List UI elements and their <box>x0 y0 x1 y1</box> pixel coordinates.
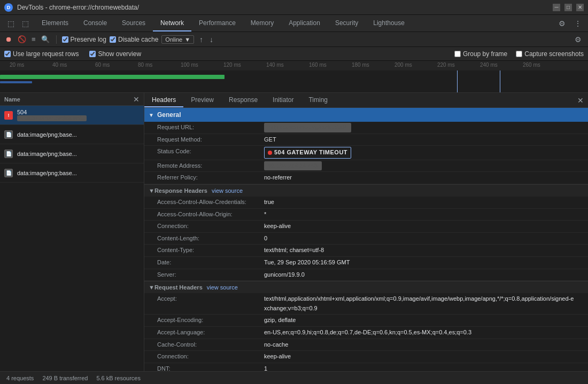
view-source-link[interactable]: view source <box>212 187 243 194</box>
upload-icon[interactable]: ↑ <box>197 34 205 45</box>
req-cache-control-value: no-cache <box>264 340 288 350</box>
req-cache-control-key: Cache-Control: <box>157 340 264 350</box>
disable-cache-checkbox-label[interactable]: Disable cache <box>110 36 158 43</box>
tab-initiator[interactable]: Initiator <box>265 93 301 107</box>
tab-preview[interactable]: Preview <box>183 93 221 107</box>
request-view-source-link[interactable]: view source <box>207 284 238 291</box>
req-accept-encoding-row: Accept-Encoding: gzip, deflate <box>144 315 588 327</box>
resp-access-credentials-row: Access-Control-Allow-Credentials: true <box>144 197 588 209</box>
name-column-header: Name <box>4 96 20 103</box>
clear-button[interactable]: 🚫 <box>17 34 27 44</box>
tab-performance[interactable]: Performance <box>191 15 243 32</box>
tab-network[interactable]: Network <box>153 15 191 32</box>
tick-20ms: 20 ms <box>10 62 24 68</box>
remote-address-key: Remote Address: <box>157 161 264 171</box>
resp-content-type-key: Content-Type: <box>157 246 264 255</box>
request-item[interactable]: ! 504 https://example.org/status/... <box>0 106 144 125</box>
show-overview-checkbox-label[interactable]: Show overview <box>89 50 141 58</box>
capture-screenshots-checkbox[interactable] <box>516 51 522 57</box>
more-icon[interactable]: ⋮ <box>572 18 584 29</box>
network-toolbar: ⏺ 🚫 ≡ 🔍 Preserve log Disable cache Onlin… <box>0 32 588 47</box>
large-rows-checkbox[interactable] <box>4 51 11 57</box>
large-rows-label: Use large request rows <box>13 50 79 58</box>
tab-security[interactable]: Security <box>328 15 366 32</box>
req-accept-encoding-key: Accept-Encoding: <box>157 316 264 325</box>
large-rows-checkbox-label[interactable]: Use large request rows <box>4 50 79 58</box>
tab-application[interactable]: Application <box>281 15 328 32</box>
status-code-row: Status Code: 504 GATEWAY TIMEOUT <box>144 146 588 160</box>
request-method-row: Request Method: GET <box>144 134 588 146</box>
preserve-log-checkbox[interactable] <box>62 36 68 43</box>
search-button[interactable]: 🔍 <box>40 34 51 44</box>
preserve-log-label: Preserve log <box>71 36 106 43</box>
minimize-button[interactable]: ─ <box>553 4 560 11</box>
resp-access-origin-key: Access-Control-Allow-Origin: <box>157 210 264 220</box>
show-overview-checkbox[interactable] <box>89 51 96 57</box>
tab-lighthouse[interactable]: Lighthouse <box>366 15 412 32</box>
upload-download-icons: ↑ ↓ <box>197 34 215 45</box>
tab-headers[interactable]: Headers <box>144 93 183 107</box>
request-url-value: https://example.org/status/504 <box>264 123 351 132</box>
request-url: https://example.org/status/... <box>17 115 87 121</box>
disable-cache-checkbox[interactable] <box>110 36 116 43</box>
request-item[interactable]: 📄 data:image/png;base... <box>0 163 144 183</box>
request-url-row: Request URL: https://example.org/status/… <box>144 122 588 134</box>
network-settings-icon[interactable]: ⚙ <box>572 34 584 45</box>
capture-screenshots-checkbox-label[interactable]: Capture screenshots <box>516 50 584 58</box>
req-connection-row: Connection: keep-alive <box>144 351 588 363</box>
req-dnt-key: DNT: <box>157 364 264 371</box>
req-accept-row: Accept: text/html,application/xhtml+xml,… <box>144 293 588 315</box>
tick-80ms: 80 ms <box>138 62 152 68</box>
tab-timing[interactable]: Timing <box>301 93 335 107</box>
status-resources: 5.6 kB resources <box>96 375 141 381</box>
request-method-value: GET <box>264 135 276 145</box>
req-connection-value: keep-alive <box>264 352 291 362</box>
group-by-frame-checkbox[interactable] <box>454 51 461 57</box>
tick-260ms: 260 ms <box>523 62 540 68</box>
resp-date-row: Date: Tue, 29 Sep 2020 05:16:59 GMT <box>144 257 588 269</box>
resp-server-row: Server: gunicorn/19.9.0 <box>144 269 588 281</box>
close-button[interactable]: ✕ <box>576 4 584 11</box>
settings-icon[interactable]: ⚙ <box>556 18 568 29</box>
resp-connection-row: Connection: keep-alive <box>144 221 588 233</box>
request-name: 504 <box>17 109 87 115</box>
throttling-label: Online <box>165 36 182 43</box>
request-name: data:image/png;base... <box>17 151 77 157</box>
group-by-frame-checkbox-label[interactable]: Group by frame <box>454 50 507 58</box>
right-panel-close-button[interactable]: ✕ <box>573 93 588 107</box>
maximize-button[interactable]: □ <box>564 4 572 11</box>
tab-response[interactable]: Response <box>221 93 265 107</box>
filter-icon[interactable]: ≡ <box>30 34 37 44</box>
request-item[interactable]: 📄 data:image/png;base... <box>0 125 144 144</box>
tab-console[interactable]: Console <box>76 15 114 32</box>
select-icon[interactable]: ⬚ <box>5 18 17 29</box>
preserve-log-checkbox-label[interactable]: Preserve log <box>62 36 106 43</box>
timeline-track[interactable] <box>0 70 588 93</box>
request-doc-icon: 📄 <box>4 130 13 139</box>
request-info: data:image/png;base... <box>17 170 77 176</box>
inspect-icon[interactable]: ⬚ <box>20 18 31 29</box>
tab-sources[interactable]: Sources <box>114 15 153 32</box>
request-name: data:image/png;base... <box>17 131 77 138</box>
request-item[interactable]: 📄 data:image/png;base... <box>0 144 144 163</box>
resp-server-value: gunicorn/19.9.0 <box>264 270 305 280</box>
tab-memory[interactable]: Memory <box>243 15 281 32</box>
tab-elements[interactable]: Elements <box>34 15 76 32</box>
resp-access-origin-row: Access-Control-Allow-Origin: * <box>144 209 588 221</box>
tick-100ms: 100 ms <box>181 62 198 68</box>
resp-content-type-value: text/html; charset=utf-8 <box>264 246 324 255</box>
download-icon[interactable]: ↓ <box>207 34 215 45</box>
resp-content-type-row: Content-Type: text/html; charset=utf-8 <box>144 245 588 257</box>
request-headers-title[interactable]: ▼ Request Headers view source <box>144 281 588 293</box>
response-headers-title[interactable]: ▼ Response Headers view source <box>144 184 588 197</box>
stop-recording-button[interactable]: ⏺ <box>4 34 13 44</box>
tick-160ms: 160 ms <box>309 62 327 68</box>
general-section-title[interactable]: ▼ General <box>144 108 588 122</box>
throttling-select[interactable]: Online ▼ <box>161 35 194 44</box>
timeline-marker-2 <box>500 70 500 93</box>
status-text: 504 GATEWAY TIMEOUT <box>274 148 347 158</box>
resp-connection-value: keep-alive <box>264 222 291 231</box>
panel-close-button[interactable]: ✕ <box>133 95 140 104</box>
req-accept-language-value: en-US,en;q=0.9,hi;q=0.8,de;q=0.7,de-DE;q… <box>264 328 471 338</box>
timeline-area: 20 ms 40 ms 60 ms 80 ms 100 ms 120 ms 14… <box>0 61 588 93</box>
